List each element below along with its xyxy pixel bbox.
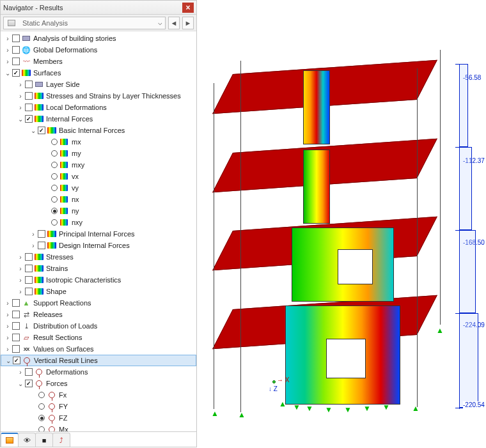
tree-item-resultsections[interactable]: ›▱Result Sections xyxy=(1,332,196,343)
radio[interactable] xyxy=(38,426,45,431)
column xyxy=(214,83,214,409)
building-icon xyxy=(21,35,31,42)
result-tick xyxy=(455,408,463,408)
tree-item-members[interactable]: ›〰Members xyxy=(1,56,196,67)
axis-origin xyxy=(272,380,276,383)
viewport[interactable]: ▲ ▲ ▲ ▼ ▼ ▼ ▼ ▼ ▼ ▲ ▲ → X ↓ Z -56.58 -11… xyxy=(197,0,486,447)
rainbow-icon xyxy=(59,138,70,146)
close-button[interactable]: × xyxy=(182,3,194,13)
rainbow-icon xyxy=(47,230,57,238)
radio[interactable] xyxy=(38,403,45,410)
column xyxy=(240,61,241,412)
checkbox[interactable] xyxy=(25,92,33,100)
rainbow-icon xyxy=(59,173,70,180)
tree-item-fy[interactable]: FY xyxy=(1,401,196,412)
checkbox[interactable] xyxy=(25,104,33,111)
tree-item-mx[interactable]: mx xyxy=(1,136,196,148)
tree-item-my[interactable]: my xyxy=(1,148,196,159)
tree-item-analysis[interactable]: ›Analysis of building stories xyxy=(1,33,196,44)
radio[interactable] xyxy=(51,185,58,191)
window-title: Navigator - Results xyxy=(3,4,182,12)
tree-item-ny[interactable]: ny xyxy=(1,205,196,217)
tab-layers[interactable] xyxy=(1,433,19,447)
tree-item-stresses[interactable]: ›Stresses xyxy=(1,251,196,263)
checkbox[interactable]: ✓ xyxy=(13,357,20,364)
checkbox[interactable] xyxy=(12,58,20,65)
tree-item-layerside[interactable]: ›Layer Side xyxy=(1,79,196,90)
radio[interactable] xyxy=(51,150,58,157)
tree-item-strains[interactable]: ›Strains xyxy=(1,263,196,274)
radio[interactable] xyxy=(38,392,45,398)
tree-item-vy[interactable]: vy xyxy=(1,182,196,194)
checkbox[interactable] xyxy=(25,368,33,376)
checkbox[interactable] xyxy=(38,242,45,249)
checkbox[interactable] xyxy=(25,253,33,261)
radio[interactable] xyxy=(51,219,58,226)
checkbox[interactable] xyxy=(25,288,33,295)
tree-item-isotropic[interactable]: ›Isotropic Characteristics xyxy=(1,274,196,286)
radio[interactable] xyxy=(51,139,58,145)
tree-item-principal[interactable]: ›Principal Internal Forces xyxy=(1,228,196,240)
checkbox[interactable] xyxy=(38,230,45,238)
tree-item-nxy[interactable]: nxy xyxy=(1,217,196,228)
checkbox[interactable] xyxy=(12,345,20,353)
layers-icon xyxy=(6,437,13,444)
tree-item-surfaces[interactable]: ⌄✓Surfaces xyxy=(1,67,196,79)
rainbow-icon xyxy=(34,288,44,295)
next-button[interactable]: ► xyxy=(182,17,194,29)
tree-item-internalforces[interactable]: ⌄✓Internal Forces xyxy=(1,113,196,125)
tree-item-basicinternal[interactable]: ⌄✓Basic Internal Forces xyxy=(1,125,196,136)
tree-item-designinternal[interactable]: ›Design Internal Forces xyxy=(1,240,196,251)
tree-item-releases[interactable]: ›⇄Releases xyxy=(1,309,196,320)
tree-item-nx[interactable]: nx xyxy=(1,194,196,205)
pin-icon xyxy=(22,357,32,364)
rainbow-icon xyxy=(47,242,57,249)
radio[interactable] xyxy=(51,208,58,214)
checkbox[interactable]: ✓ xyxy=(38,127,45,134)
radio[interactable] xyxy=(51,162,58,168)
tree-item-valsurfaces[interactable]: ›XXValues on Surfaces xyxy=(1,343,196,355)
column xyxy=(440,50,441,325)
analysis-dropdown[interactable]: Static Analysis ⌵ xyxy=(3,17,166,29)
tree-item-fz[interactable]: FZ xyxy=(1,412,196,424)
checkbox[interactable]: ✓ xyxy=(12,69,20,77)
checkbox[interactable] xyxy=(12,322,20,330)
tree-item-globaldef[interactable]: ›🌐Global Deformations xyxy=(1,44,196,56)
section-icon: ▱ xyxy=(21,334,31,341)
checkbox[interactable] xyxy=(12,46,20,54)
tree-item-forces2[interactable]: ⌄✓Forces xyxy=(1,378,196,389)
radio[interactable] xyxy=(51,173,58,180)
checkbox[interactable] xyxy=(12,334,20,341)
checkbox[interactable]: ✓ xyxy=(25,380,33,387)
tree-item-vertresultlines[interactable]: ⌄✓Vertical Result Lines xyxy=(1,355,196,366)
tree-item-localdef[interactable]: ›Local Deformations xyxy=(1,102,196,113)
tree-item-fx[interactable]: Fx xyxy=(1,389,196,401)
globe-icon: 🌐 xyxy=(21,46,31,54)
tree-item-deformations2[interactable]: ›Deformations xyxy=(1,366,196,378)
checkbox[interactable]: ✓ xyxy=(25,115,33,123)
checkbox[interactable] xyxy=(25,81,33,88)
rainbow-icon xyxy=(21,69,31,77)
tab-eye[interactable]: 👁 xyxy=(18,433,36,447)
radio[interactable] xyxy=(51,196,58,203)
tree-item-stresslayer[interactable]: ›Stresses and Strains by Layer Thickness… xyxy=(1,90,196,102)
prev-button[interactable]: ◄ xyxy=(168,17,180,29)
checkbox[interactable] xyxy=(12,311,20,318)
checkbox[interactable] xyxy=(25,276,33,284)
checkbox[interactable] xyxy=(12,299,20,307)
rainbow-icon xyxy=(34,276,44,284)
tree-item-vx[interactable]: vx xyxy=(1,171,196,182)
tab-chart[interactable]: ⤴ xyxy=(52,433,70,447)
rainbow-icon xyxy=(34,265,44,272)
tree-item-distloads[interactable]: ›⤓Distribution of Loads xyxy=(1,320,196,332)
tree-item-supportreactions[interactable]: ›▲Support Reactions xyxy=(1,297,196,309)
radio[interactable] xyxy=(38,415,45,421)
results-tree[interactable]: ›Analysis of building stories ›🌐Global D… xyxy=(1,31,196,431)
tree-item-mx2[interactable]: Mx xyxy=(1,424,196,431)
checkbox[interactable] xyxy=(25,265,33,272)
tree-item-shape[interactable]: ›Shape xyxy=(1,286,196,297)
tree-item-mxy[interactable]: mxy xyxy=(1,159,196,171)
tab-camera[interactable]: ■ xyxy=(35,433,53,447)
checkbox[interactable] xyxy=(12,35,20,42)
support-icon: ▲ xyxy=(211,409,219,418)
